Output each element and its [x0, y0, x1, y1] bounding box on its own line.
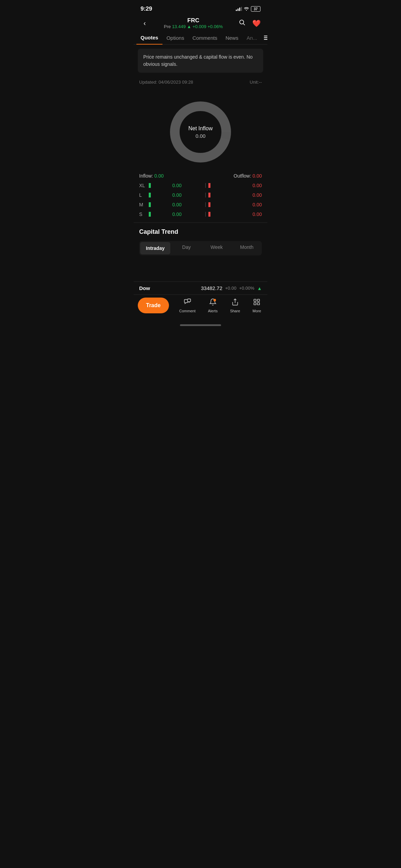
tab-comments[interactable]: Comments — [188, 32, 221, 44]
flow-size-xl: XL — [139, 183, 149, 188]
info-text: Price remains unchanged & capital flow i… — [143, 53, 258, 68]
tab-analysis[interactable]: An... — [242, 32, 261, 44]
price-change1: +0.009 — [193, 24, 206, 29]
info-banner: Price remains unchanged & capital flow i… — [138, 49, 263, 73]
ticker-name: Dow — [139, 285, 150, 291]
svg-line-1 — [243, 24, 245, 25]
updated-row: Updated: 04/06/2023 09:28 Unit:-- — [134, 77, 267, 87]
tab-news[interactable]: News — [221, 32, 243, 44]
flow-right-xl: 0.00 — [208, 183, 262, 188]
flow-in-xl: 0.00 — [151, 183, 203, 188]
ticker-price-row: Pre 13.449 ▲ +0.009 +0.06% — [150, 24, 236, 29]
flow-mid-l: 0.00 — [149, 192, 203, 198]
trend-tabs: Intraday Day Week Month — [139, 241, 262, 255]
svg-rect-7 — [257, 299, 259, 301]
search-icon — [239, 19, 245, 27]
flow-out-s: 0.00 — [211, 212, 262, 217]
tabs-menu-button[interactable] — [261, 32, 267, 43]
flow-bar-left-xl — [149, 183, 151, 188]
ticker-title: FRC — [150, 17, 236, 24]
flow-right-l: 0.00 — [208, 192, 262, 198]
nav-items: Comment Alerts Share — [173, 298, 267, 313]
flow-bar-left-m — [149, 202, 151, 207]
flow-sep-l — [205, 193, 206, 197]
tabs-row: Quotes Options Comments News An... — [134, 31, 267, 45]
unit-label: Unit:-- — [250, 80, 262, 85]
alerts-icon — [209, 298, 217, 308]
flow-out-xl: 0.00 — [211, 183, 262, 188]
flow-bar-right-s — [208, 212, 210, 217]
flow-out-m: 0.00 — [211, 202, 262, 207]
more-label: More — [253, 309, 261, 313]
flow-right-m: 0.00 — [208, 202, 262, 207]
nav-more[interactable]: More — [253, 298, 261, 313]
flow-bar-right-xl — [208, 183, 210, 188]
flow-out-l: 0.00 — [211, 192, 262, 198]
donut-center: Net Inflow 0.00 — [188, 125, 212, 139]
favorite-button[interactable]: ❤️ — [251, 18, 262, 29]
wifi-icon — [244, 7, 249, 12]
flow-bar-left-s — [149, 212, 151, 217]
ticker-trend-arrow: ▲ — [257, 286, 262, 291]
status-time: 9:29 — [141, 5, 152, 12]
header-center: FRC Pre 13.449 ▲ +0.009 +0.06% — [150, 17, 236, 29]
trend-tab-day[interactable]: Day — [171, 241, 202, 255]
trend-tab-intraday[interactable]: Intraday — [140, 242, 170, 254]
heart-icon: ❤️ — [252, 19, 261, 27]
donut-chart-area: Net Inflow 0.00 — [134, 87, 267, 173]
svg-rect-8 — [254, 302, 256, 304]
flow-size-l: L — [139, 192, 149, 198]
tab-options[interactable]: Options — [162, 32, 189, 44]
flow-mid-xl: 0.00 — [149, 183, 203, 188]
home-bar — [180, 324, 221, 326]
ticker-values: 33482.72 +0.00 +0.00% ▲ — [201, 285, 262, 291]
flow-sep-m — [205, 202, 206, 207]
divider-1 — [134, 222, 267, 223]
flow-in-m: 0.00 — [151, 202, 203, 207]
flow-section: Inflow: 0.00 Outflow: 0.00 XL 0.00 0.00 … — [134, 173, 267, 217]
more-icon — [253, 298, 260, 308]
nav-share[interactable]: Share — [230, 298, 240, 313]
back-chevron-icon: ‹ — [144, 19, 146, 27]
status-icons: 37 — [236, 6, 260, 12]
flow-size-m: M — [139, 202, 149, 207]
search-button[interactable] — [236, 18, 247, 29]
pre-label: Pre — [164, 24, 171, 29]
bottom-nav: Trade Comment Alerts — [134, 294, 267, 320]
trend-tab-week[interactable]: Week — [202, 241, 232, 255]
price-arrow: ▲ — [187, 24, 191, 29]
nav-alerts[interactable]: Alerts — [208, 298, 218, 313]
flow-in-s: 0.00 — [151, 212, 203, 217]
svg-rect-6 — [254, 299, 256, 301]
trend-tab-month[interactable]: Month — [232, 241, 262, 255]
flow-in-l: 0.00 — [151, 192, 203, 198]
ticker-bar: Dow 33482.72 +0.00 +0.00% ▲ — [134, 281, 267, 294]
header-actions: ❤️ — [236, 18, 262, 29]
inflow-header: Inflow: 0.00 — [139, 173, 164, 179]
svg-point-4 — [214, 299, 216, 301]
status-bar: 9:29 37 — [134, 0, 267, 15]
price-value: 13.449 — [172, 24, 186, 29]
flow-bar-left-l — [149, 193, 151, 197]
trade-button[interactable]: Trade — [138, 298, 169, 313]
nav-comment[interactable]: Comment — [179, 298, 196, 313]
flow-row-xl: XL 0.00 0.00 — [139, 183, 262, 188]
comment-label: Comment — [179, 309, 196, 313]
capital-trend-section: Capital Trend Intraday Day Week Month — [134, 228, 267, 255]
flow-mid-m: 0.00 — [149, 202, 203, 207]
battery-icon: 37 — [251, 6, 260, 12]
updated-label: Updated: 04/06/2023 09:28 — [139, 80, 193, 85]
flow-sep-s — [205, 212, 206, 217]
flow-row-l: L 0.00 0.00 — [139, 192, 262, 198]
signal-icon — [236, 7, 242, 11]
header: ‹ FRC Pre 13.449 ▲ +0.009 +0.06% ❤️ — [134, 15, 267, 31]
donut-value: 0.00 — [188, 133, 212, 139]
back-button[interactable]: ‹ — [139, 18, 150, 29]
flow-size-s: S — [139, 212, 149, 217]
donut-chart: Net Inflow 0.00 — [166, 98, 235, 166]
flow-row-s: S 0.00 0.00 — [139, 212, 262, 217]
ticker-change-pct: +0.00% — [239, 286, 254, 291]
tab-quotes[interactable]: Quotes — [136, 31, 162, 45]
svg-rect-9 — [257, 302, 259, 304]
flow-row-m: M 0.00 0.00 — [139, 202, 262, 207]
